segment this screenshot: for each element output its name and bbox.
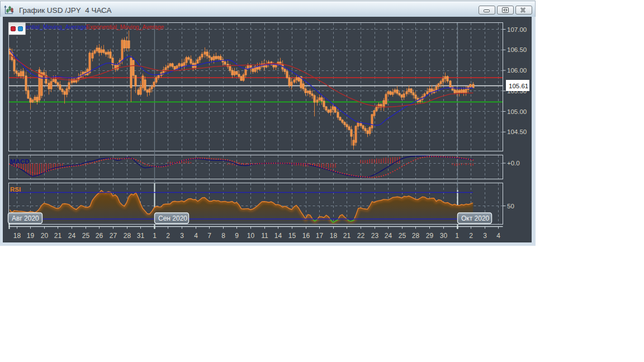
svg-text:30: 30 (440, 232, 448, 240)
svg-text:28: 28 (412, 232, 420, 240)
svg-text:18: 18 (13, 232, 21, 240)
svg-text:106.00: 106.00 (507, 67, 527, 74)
svg-text:10: 10 (247, 232, 255, 240)
svg-text:4: 4 (496, 232, 500, 240)
svg-text:105.00: 105.00 (507, 108, 527, 115)
svg-text:105.61: 105.61 (509, 83, 528, 89)
svg-text:19: 19 (27, 232, 35, 240)
svg-text:14: 14 (274, 232, 282, 240)
svg-text:24: 24 (385, 232, 392, 240)
svg-text:25: 25 (82, 232, 90, 240)
svg-text:29: 29 (426, 232, 434, 240)
svg-text:18: 18 (330, 232, 338, 240)
svg-text:Окт 2020: Окт 2020 (461, 215, 490, 222)
svg-text:22: 22 (357, 232, 365, 240)
svg-text:ential_Moving_Average:: ential_Moving_Average: (26, 23, 88, 30)
svg-text:4: 4 (194, 232, 198, 240)
svg-text:104.50: 104.50 (507, 128, 527, 135)
svg-text:11: 11 (261, 232, 268, 240)
svg-text:27: 27 (110, 232, 117, 240)
svg-text:8: 8 (221, 232, 225, 240)
svg-text:25: 25 (399, 232, 406, 240)
svg-text:Авг 2020: Авг 2020 (12, 215, 39, 222)
svg-text:3: 3 (483, 232, 487, 240)
svg-text:2: 2 (469, 232, 473, 240)
svg-text:RSI: RSI (10, 186, 21, 193)
svg-text:50: 50 (507, 203, 514, 209)
svg-text:7: 7 (207, 232, 211, 240)
svg-text:2: 2 (166, 232, 170, 240)
svg-text:1: 1 (455, 232, 459, 240)
svg-text:24: 24 (68, 232, 76, 240)
svg-text:26: 26 (96, 232, 103, 240)
svg-text:16: 16 (302, 232, 310, 240)
svg-text:График USD /JPY 4 ЧАСА: График USD /JPY 4 ЧАСА (19, 6, 112, 15)
svg-text:28: 28 (124, 232, 131, 240)
svg-text:3: 3 (180, 232, 184, 240)
svg-text:+0.0: +0.0 (507, 160, 520, 166)
svg-text:MACD: MACD (10, 158, 30, 165)
svg-text:15: 15 (288, 232, 296, 240)
svg-text:31: 31 (137, 232, 145, 240)
svg-text:106.50: 106.50 (507, 46, 527, 53)
svg-text:9: 9 (235, 232, 239, 240)
svg-text:21: 21 (343, 232, 351, 240)
svg-text:1: 1 (153, 232, 157, 240)
svg-text:Exponential_Moving_Average: Exponential_Moving_Average (86, 23, 164, 30)
svg-text:107.00: 107.00 (507, 26, 527, 33)
svg-text:20: 20 (41, 232, 49, 240)
svg-text:23: 23 (371, 232, 379, 240)
svg-text:17: 17 (316, 232, 324, 240)
svg-text:21: 21 (54, 232, 62, 240)
svg-text:Сен 2020: Сен 2020 (158, 215, 187, 222)
